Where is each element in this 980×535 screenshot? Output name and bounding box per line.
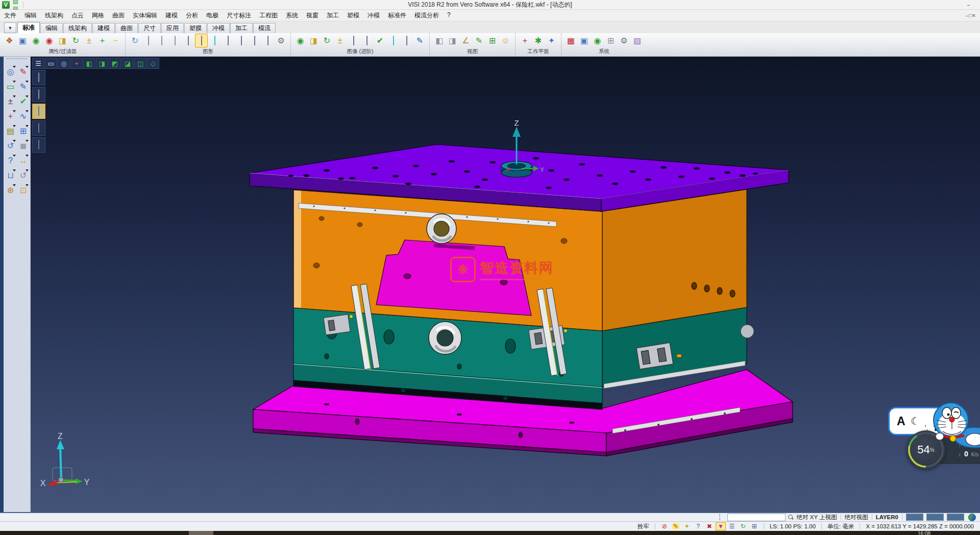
menu-electrode[interactable]: 电极 (202, 10, 223, 21)
viewport-zoom-icon[interactable]: ◎ (58, 58, 70, 69)
workplane-auto-icon[interactable]: ✱ (532, 34, 545, 47)
view-mode-label[interactable]: 绝对 XY 上视图 (797, 514, 837, 521)
save-all-icon[interactable]: ▨ (11, 0, 20, 5)
menu-machining[interactable]: 加工 (323, 10, 343, 21)
lifting-ring-lower[interactable] (429, 322, 461, 354)
display-shaded-icon[interactable] (32, 104, 45, 119)
layer-swatch-1[interactable] (906, 514, 923, 521)
advanced-traffic-icon[interactable]: ◨ (307, 34, 320, 47)
menu-surface[interactable]: 曲面 (108, 10, 129, 21)
lifting-ring-upper[interactable] (427, 214, 456, 244)
dock-grip-handle[interactable] (7, 58, 27, 63)
graphics-viewport[interactable]: Z Y Z X Y ☰▭◎+◧◨◩◪◫◇ (31, 57, 980, 512)
globe-status-icon[interactable] (968, 514, 976, 521)
view-angle-icon[interactable]: ∠ (459, 34, 472, 47)
menu-help[interactable]: ? (443, 10, 455, 21)
view-next-icon[interactable]: ◨ (446, 34, 459, 47)
viewport-split-icon[interactable]: ⊞ (749, 522, 760, 530)
tab-list-dropdown[interactable]: ▼ (4, 22, 16, 33)
menu-solid-edit[interactable]: 实体编辑 (129, 10, 161, 21)
regen-view-icon[interactable]: ↺ (4, 139, 17, 153)
view-sketch-icon[interactable]: ✎ (473, 34, 485, 47)
menu-file[interactable]: 文件 (0, 10, 20, 21)
edit-mode-icon[interactable]: ✎ (671, 522, 681, 530)
toggle-visibility-icon[interactable]: ± (83, 34, 95, 47)
context-help-icon[interactable]: ? (693, 522, 703, 530)
filter-solids-icon[interactable]: ✖ (704, 522, 715, 530)
measure-icon[interactable]: ↔ (17, 154, 30, 168)
view-cube-back-icon[interactable]: ◪ (121, 58, 134, 69)
advanced-toggle-icon[interactable]: ± (334, 34, 347, 47)
menu-pointcloud[interactable]: 点云 (67, 10, 88, 21)
cylinder-pair-icon[interactable] (261, 34, 274, 47)
folder-image-icon[interactable]: ⊡ (17, 183, 30, 198)
workplane-view-icon[interactable]: ✦ (545, 34, 558, 47)
tab-moldflow[interactable]: 模流 (253, 23, 276, 33)
tab-machining[interactable]: 加工 (230, 23, 253, 33)
render-transparent-icon[interactable] (387, 34, 400, 47)
layer-swatch-2[interactable] (926, 514, 944, 521)
menu-mesh[interactable]: 网格 (88, 10, 108, 21)
view-previous-icon[interactable]: ◧ (433, 34, 446, 47)
render-flat-icon[interactable] (360, 34, 373, 47)
menu-system[interactable]: 系统 (282, 10, 302, 21)
doraemon-mascot[interactable] (921, 396, 980, 452)
hidden-line-cylinder-icon[interactable] (155, 34, 168, 47)
mdi-close-icon[interactable]: ✕ (972, 13, 976, 18)
view-smiley-icon[interactable]: ☺ (499, 34, 512, 47)
menu-moldflow[interactable]: 模流分析 (410, 10, 443, 21)
toolwheel-icon[interactable]: ⊛ (4, 183, 17, 198)
display-wireframe-icon[interactable] (32, 70, 45, 85)
show-entities-icon[interactable]: ◉ (30, 34, 42, 47)
render-wire-icon[interactable] (400, 34, 413, 47)
help-icon[interactable]: ? (4, 154, 17, 168)
taskbar-app-segment[interactable] (189, 531, 213, 535)
snap-lock-label[interactable]: 拴牢 (635, 523, 651, 530)
menu-analysis[interactable]: 分析 (182, 10, 202, 21)
viewport-axes-icon[interactable]: + (70, 58, 83, 69)
auto-rotate-icon[interactable]: ↻ (738, 522, 748, 530)
tab-wireframe[interactable]: 线架构 (63, 23, 92, 33)
minimize-button[interactable]: – (957, 0, 980, 10)
render-pen-icon[interactable]: ✎ (413, 34, 426, 47)
image-preview-icon[interactable]: ▣ (16, 34, 29, 47)
menu-modeling[interactable]: 建模 (161, 10, 182, 21)
refresh-graphics-icon[interactable]: ↻ (129, 34, 141, 47)
system-grid-icon[interactable]: ⊞ (604, 34, 617, 47)
menu-standard-parts[interactable]: 标准件 (384, 10, 410, 21)
attribute-brush-icon[interactable]: ❖ (3, 34, 16, 47)
tab-edit[interactable]: 编辑 (40, 23, 63, 33)
shaded-edges-cylinder-icon[interactable] (195, 34, 208, 47)
snap-lock-icon[interactable]: ⊘ (659, 522, 670, 530)
absolute-view-label[interactable]: 绝对视图 (845, 514, 868, 521)
search-icon[interactable] (788, 514, 794, 520)
view-cube-left-icon[interactable]: ◫ (134, 58, 146, 69)
flat-cylinder-icon[interactable] (222, 34, 234, 47)
graphics-tools-icon[interactable]: ⚙ (275, 34, 287, 47)
menu-mold[interactable]: 塑模 (343, 10, 363, 21)
list-panel-icon[interactable]: ☰ (727, 522, 737, 530)
display-hidden-line-icon[interactable] (32, 87, 45, 102)
render-solid-icon[interactable] (347, 34, 360, 47)
tab-modeling[interactable]: 建模 (92, 23, 115, 33)
status-search-input[interactable] (727, 514, 786, 521)
workplane-axes-icon[interactable]: + (519, 34, 531, 47)
units-label[interactable]: 单位: 毫米 (825, 523, 856, 530)
tab-standard[interactable]: 标准 (17, 22, 40, 33)
zoom-plus-minus-icon[interactable]: ± (4, 94, 17, 109)
delete-trash-icon[interactable]: ⊔ (4, 168, 17, 183)
display-hatched-icon[interactable] (32, 137, 45, 153)
view-cube-iso-icon[interactable]: ◇ (147, 58, 159, 69)
active-layer-label[interactable]: LAYER0 (876, 514, 898, 520)
view-cube-bottom-icon[interactable]: ◨ (96, 58, 108, 69)
menu-die[interactable]: 冲模 (363, 10, 384, 21)
select-box-icon[interactable]: ▭ (4, 80, 17, 94)
window-layout-icon[interactable]: ⊞ (17, 124, 30, 138)
wireframe-cylinder-icon[interactable] (142, 34, 155, 47)
system-monitor-icon[interactable]: ▣ (578, 34, 591, 47)
layer-swatch-3[interactable] (947, 514, 964, 521)
menu-edit[interactable]: 编辑 (20, 10, 41, 21)
transparent-cylinder-icon[interactable] (208, 34, 221, 47)
system-settings-icon[interactable]: ⚙ (618, 34, 630, 47)
view-grid-icon[interactable]: ⊞ (486, 34, 499, 47)
